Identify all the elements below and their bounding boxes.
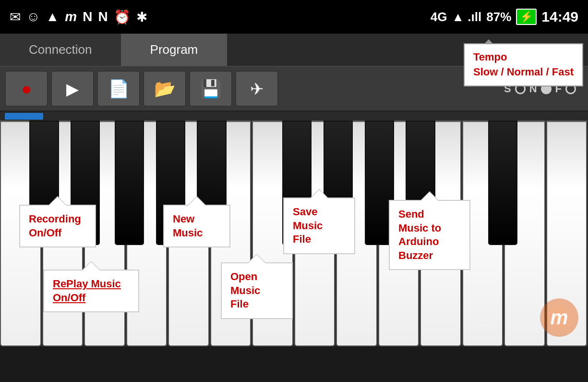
- callout-recording-text: RecordingOn/Off: [29, 213, 81, 239]
- callout-send-music-text: SendMusic toArduinoBuzzer: [398, 208, 441, 261]
- send-button[interactable]: ✈: [235, 71, 278, 107]
- m-icon: m: [65, 9, 77, 25]
- new-file-icon: 📄: [108, 79, 130, 99]
- tempo-tooltip-line1: Tempo: [473, 50, 574, 65]
- signal-label: 4G: [431, 10, 447, 25]
- tempo-tooltip-line2: Slow / Normal / Fast: [473, 65, 574, 80]
- alarm-icon: ⏰: [114, 9, 131, 25]
- bluetooth-icon: ✱: [136, 9, 147, 25]
- indicator-bar: [0, 112, 588, 121]
- tempo-tooltip: Tempo Slow / Normal / Fast: [464, 43, 583, 86]
- callout-save-music: SaveMusicFile: [283, 197, 355, 254]
- message-icon: ☺: [26, 9, 40, 25]
- status-icons-right: 4G ▲ .ıll 87% ⚡ 14:49: [431, 9, 578, 25]
- mail-icon: ✉: [10, 9, 21, 25]
- battery-icon: ⚡: [516, 9, 537, 25]
- status-icons-left: ✉ ☺ ▲ m N N ⏰ ✱: [10, 9, 147, 25]
- open-folder-icon: 📂: [154, 79, 176, 99]
- callout-replay: RePlay MusicOn/Off: [43, 270, 139, 312]
- status-bar: ✉ ☺ ▲ m N N ⏰ ✱ 4G ▲ .ıll 87% ⚡ 14:49: [0, 0, 588, 34]
- callout-send-music: SendMusic toArduinoBuzzer: [389, 200, 470, 270]
- tab-connection[interactable]: Connection: [0, 34, 121, 66]
- record-button[interactable]: ●: [5, 71, 48, 107]
- battery-percentage: 87%: [486, 10, 511, 25]
- callout-recording: RecordingOn/Off: [19, 205, 96, 247]
- callout-new-music: NewMusic: [163, 205, 230, 247]
- blue-indicator: [5, 113, 43, 120]
- save-file-button[interactable]: 💾: [189, 71, 232, 107]
- record-icon: ●: [21, 79, 32, 99]
- white-key-4[interactable]: [126, 121, 168, 346]
- watermark-text: m: [550, 306, 568, 329]
- new-music-button[interactable]: 📄: [97, 71, 140, 107]
- play-icon: ▶: [66, 79, 79, 99]
- piano-area[interactable]: RecordingOn/Off RePlay MusicOn/Off NewMu…: [0, 121, 588, 346]
- callout-replay-text: RePlay MusicOn/Off: [53, 278, 121, 304]
- image-icon: ▲: [46, 9, 60, 25]
- callout-save-music-text: SaveMusicFile: [293, 206, 323, 245]
- open-file-button[interactable]: 📂: [143, 71, 186, 107]
- time-display: 14:49: [541, 9, 578, 25]
- save-icon: 💾: [200, 79, 222, 99]
- callout-open-music: OpenMusicFile: [221, 262, 293, 319]
- replay-button[interactable]: ▶: [51, 71, 94, 107]
- signal-bars-icon: ▲ .ıll: [452, 10, 481, 25]
- tab-program[interactable]: Program: [121, 34, 228, 66]
- callout-open-music-text: OpenMusicFile: [230, 271, 260, 310]
- send-icon: ✈: [250, 79, 264, 99]
- white-key-13[interactable]: [504, 121, 545, 346]
- n-icon-1: N: [83, 9, 92, 25]
- callout-new-music-text: NewMusic: [173, 213, 203, 239]
- n-icon-2: N: [98, 9, 108, 25]
- watermark-logo: m: [540, 298, 578, 337]
